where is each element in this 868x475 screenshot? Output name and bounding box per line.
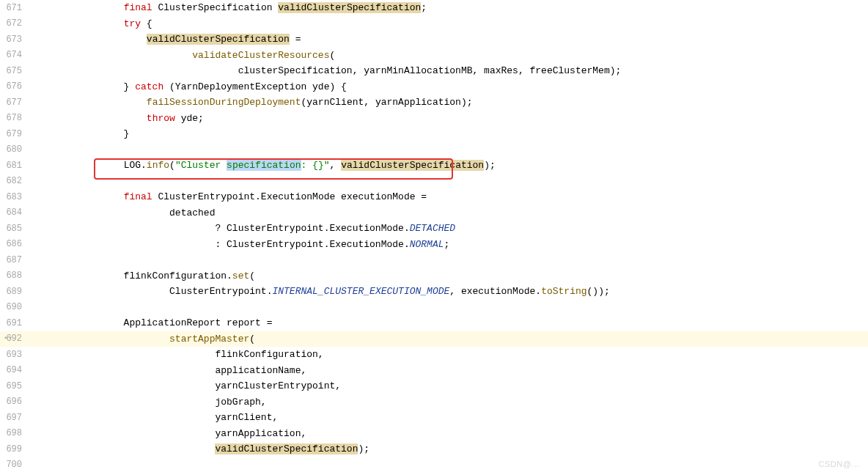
code-text[interactable]: startAppMaster(	[37, 334, 868, 345]
line-number: 679	[0, 129, 37, 139]
keyword-try: try	[124, 18, 141, 29]
line-number: 680	[0, 144, 37, 155]
code-text[interactable]: } catch (YarnDeploymentException yde) {	[37, 81, 868, 92]
method-call: failSessionDuringDeployment	[147, 97, 301, 108]
code-line[interactable]: 689 ClusterEntrypoint.INTERNAL_CLUSTER_E…	[0, 284, 868, 300]
line-number: 687	[0, 255, 37, 265]
line-number: 695	[0, 381, 37, 391]
line-number: 685	[0, 224, 37, 234]
breakpoint-marker-icon[interactable]: ••	[4, 335, 13, 342]
line-number: 690	[0, 302, 37, 312]
line-number: 682	[0, 176, 37, 186]
code-line[interactable]: 683 final ClusterEntrypoint.ExecutionMod…	[0, 189, 868, 205]
keyword-final: final	[124, 191, 152, 202]
highlighted-identifier: validClusterSpecification	[215, 443, 358, 454]
code-text[interactable]: validClusterSpecification);	[37, 443, 868, 454]
code-line[interactable]: 696 jobGraph,	[0, 394, 868, 410]
line-number: 676	[0, 81, 37, 92]
code-line[interactable]: 676 } catch (YarnDeploymentException yde…	[0, 79, 868, 95]
code-line[interactable]: 687	[0, 252, 868, 268]
constant: INTERNAL_CLUSTER_EXECUTION_MODE	[272, 286, 449, 297]
watermark-text: CSDN@...	[818, 460, 859, 468]
line-number: 694	[0, 365, 37, 375]
code-text[interactable]: applicationName,	[37, 365, 868, 376]
code-line[interactable]: 678 throw yde;	[0, 111, 868, 127]
code-line[interactable]: 693 flinkConfiguration,	[0, 347, 868, 363]
code-text[interactable]: yarnClient,	[37, 412, 868, 423]
highlighted-identifier: validClusterSpecification	[278, 2, 421, 13]
line-number: 698	[0, 428, 37, 438]
code-line[interactable]: 695 yarnClusterEntrypoint,	[0, 378, 868, 394]
code-line[interactable]: 674 validateClusterResources(	[0, 48, 868, 64]
line-number: 691	[0, 318, 37, 328]
line-number: 697	[0, 413, 37, 423]
code-text[interactable]: validateClusterResources(	[37, 50, 868, 61]
code-text[interactable]: validClusterSpecification =	[37, 34, 868, 45]
constant: DETACHED	[410, 223, 455, 234]
code-line[interactable]: 671 final ClusterSpecification validClus…	[0, 0, 868, 16]
code-line[interactable]: 699 validClusterSpecification);	[0, 441, 868, 457]
code-text[interactable]: : ClusterEntrypoint.ExecutionMode.NORMAL…	[37, 239, 868, 250]
code-line[interactable]: 700	[0, 457, 868, 474]
code-text[interactable]: try {	[37, 18, 868, 29]
code-text[interactable]: LOG.info("Cluster specification: {}", va…	[37, 160, 868, 171]
code-text[interactable]: failSessionDuringDeployment(yarnClient, …	[37, 97, 868, 108]
code-line[interactable]: 688 flinkConfiguration.set(	[0, 268, 868, 284]
highlighted-identifier: validClusterSpecification	[341, 160, 484, 171]
keyword-final: final	[124, 2, 152, 13]
constant: NORMAL	[410, 239, 444, 250]
code-text[interactable]: ApplicationReport report =	[37, 317, 868, 328]
code-line[interactable]: 691 ApplicationReport report =	[0, 315, 868, 331]
line-number: 688	[0, 270, 37, 281]
method-call: startAppMaster	[169, 334, 249, 345]
line-number: 681	[0, 161, 37, 171]
code-text[interactable]: }	[37, 128, 868, 139]
code-text[interactable]: detached	[37, 207, 868, 218]
selected-text: specification	[227, 160, 301, 171]
code-text[interactable]: clusterSpecification, yarnMinAllocationM…	[37, 65, 868, 76]
code-editor[interactable]: 671 final ClusterSpecification validClus…	[0, 0, 868, 473]
code-line[interactable]: 681 LOG.info("Cluster specification: {}"…	[0, 158, 868, 174]
code-text[interactable]: flinkConfiguration.set(	[37, 270, 868, 281]
code-line[interactable]: 686 : ClusterEntrypoint.ExecutionMode.NO…	[0, 237, 868, 253]
method-call: set	[232, 270, 249, 281]
code-line[interactable]: 680	[0, 142, 868, 158]
line-number: 696	[0, 397, 37, 407]
code-text[interactable]: yarnClusterEntrypoint,	[37, 380, 868, 391]
string-literal: : {}"	[301, 160, 330, 171]
code-text[interactable]: final ClusterEntrypoint.ExecutionMode ex…	[37, 191, 868, 202]
code-line-highlighted[interactable]: •• 692 startAppMaster(	[0, 331, 868, 347]
line-number: 675	[0, 66, 37, 76]
code-text[interactable]: yarnApplication,	[37, 428, 868, 439]
line-number: 678	[0, 113, 37, 123]
method-call: validateClusterResources	[192, 50, 329, 61]
code-line[interactable]: 685 ? ClusterEntrypoint.ExecutionMode.DE…	[0, 221, 868, 237]
line-number: 677	[0, 97, 37, 108]
code-text[interactable]: flinkConfiguration,	[37, 349, 868, 360]
code-line[interactable]: 698 yarnApplication,	[0, 426, 868, 442]
code-line[interactable]: 679 }	[0, 126, 868, 142]
highlighted-identifier: validClusterSpecification	[147, 34, 290, 45]
code-line[interactable]: 690	[0, 300, 868, 316]
method-call: info	[147, 160, 169, 171]
code-line[interactable]: 694 applicationName,	[0, 363, 868, 379]
code-line[interactable]: 682	[0, 174, 868, 190]
code-text[interactable]: ? ClusterEntrypoint.ExecutionMode.DETACH…	[37, 223, 868, 234]
code-line[interactable]: 673 validClusterSpecification =	[0, 32, 868, 48]
code-text[interactable]: throw yde;	[37, 113, 868, 124]
line-number: 686	[0, 239, 37, 249]
line-number: 674	[0, 50, 37, 60]
code-line[interactable]: 697 yarnClient,	[0, 410, 868, 426]
code-line[interactable]: 677 failSessionDuringDeployment(yarnClie…	[0, 95, 868, 111]
line-number: 671	[0, 3, 37, 13]
code-text[interactable]: final ClusterSpecification validClusterS…	[37, 2, 868, 13]
code-line[interactable]: 672 try {	[0, 16, 868, 32]
line-number: 673	[0, 34, 37, 45]
code-text[interactable]: ClusterEntrypoint.INTERNAL_CLUSTER_EXECU…	[37, 286, 868, 297]
line-number: 672	[0, 18, 37, 29]
string-literal: "Cluster	[175, 160, 227, 171]
code-line[interactable]: 675 clusterSpecification, yarnMinAllocat…	[0, 63, 868, 79]
code-text[interactable]: jobGraph,	[37, 397, 868, 408]
line-number: 684	[0, 207, 37, 218]
code-line[interactable]: 684 detached	[0, 205, 868, 221]
